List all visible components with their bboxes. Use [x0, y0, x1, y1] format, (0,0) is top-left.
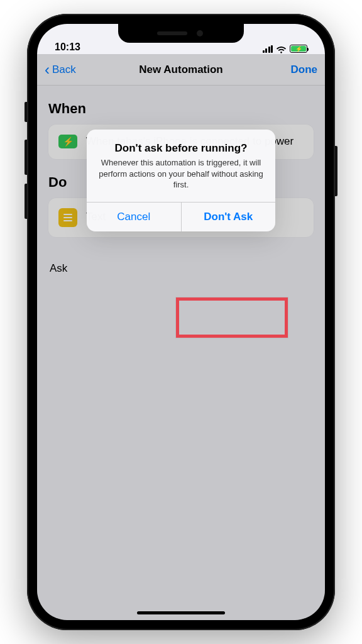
chevron-left-icon: ‹ — [45, 62, 50, 77]
alert-backdrop: Don't ask before running? Whenever this … — [37, 130, 325, 620]
alert-title: Don't ask before running? — [98, 142, 264, 155]
confirmation-alert: Don't ask before running? Whenever this … — [87, 130, 275, 231]
back-label: Back — [52, 64, 76, 76]
home-indicator[interactable] — [137, 611, 225, 614]
content: ‹ Back New Automation Done When ⚡ When t… — [37, 54, 325, 620]
dont-ask-button[interactable]: Don't Ask — [181, 203, 276, 231]
alert-message: Whenever this automation is triggered, i… — [98, 157, 264, 191]
nav-bar: ‹ Back New Automation Done — [37, 54, 325, 86]
wifi-icon — [276, 45, 287, 53]
status-right: ⚡ — [263, 45, 308, 53]
when-heading: When — [48, 101, 314, 117]
battery-charging-icon: ⚡ — [290, 45, 307, 53]
cellular-signal-icon — [263, 45, 273, 53]
status-time: 10:13 — [55, 42, 80, 53]
phone-frame: 10:13 ⚡ ‹ Back New Automation Done — [27, 14, 335, 630]
done-button[interactable]: Done — [291, 64, 318, 76]
back-button[interactable]: ‹ Back — [45, 62, 76, 77]
screen: 10:13 ⚡ ‹ Back New Automation Done — [37, 24, 325, 620]
page-title: New Automation — [139, 64, 222, 76]
notch — [118, 24, 244, 43]
cancel-button[interactable]: Cancel — [87, 203, 181, 231]
